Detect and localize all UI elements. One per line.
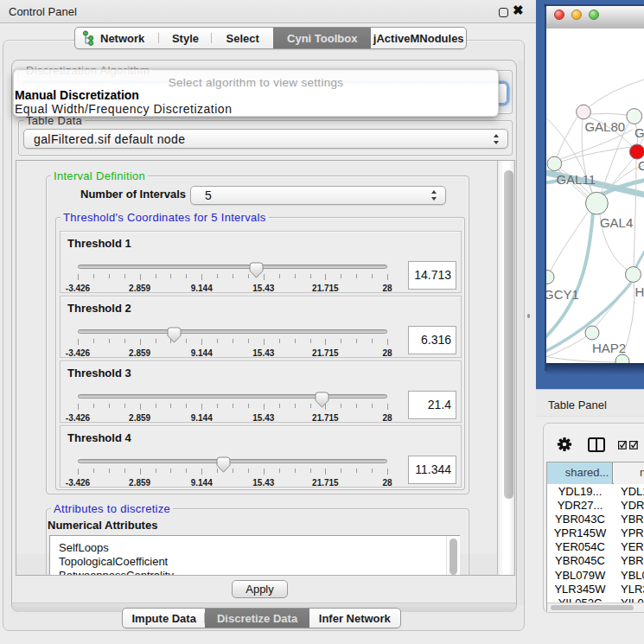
zoom-traffic-light-icon[interactable] bbox=[589, 10, 599, 20]
cell-shared-name[interactable]: YLR345W bbox=[547, 583, 613, 596]
slider-tick bbox=[156, 274, 156, 278]
network-edge[interactable] bbox=[546, 356, 619, 362]
tab-jactivemnodules[interactable]: jActiveMNodules bbox=[371, 28, 466, 48]
tab-discretize-data[interactable]: Discretize Data bbox=[205, 609, 309, 628]
slider-tick bbox=[341, 404, 341, 408]
cell-shared-name[interactable]: YBR045C bbox=[547, 554, 613, 568]
cell-shared-name[interactable]: YDR27... bbox=[547, 499, 613, 513]
network-node[interactable] bbox=[615, 354, 629, 363]
network-node-h[interactable] bbox=[626, 267, 641, 283]
table-row[interactable]: YER054CYER054C bbox=[547, 540, 644, 554]
cell-name[interactable]: YBL079W bbox=[621, 569, 644, 583]
list-item[interactable]: SelfLoops bbox=[59, 541, 109, 554]
network-window-titlebar[interactable] bbox=[546, 6, 644, 29]
slider-tick bbox=[341, 274, 341, 278]
network-canvas[interactable]: GAL80GACGAL11GAL4GCY1HHAP2 bbox=[546, 29, 644, 363]
cell-name[interactable]: YBR043C bbox=[621, 513, 644, 526]
table-row[interactable]: YDL19...YDL19... bbox=[547, 485, 644, 499]
network-edge[interactable] bbox=[590, 113, 627, 115]
minimize-traffic-light-icon[interactable] bbox=[571, 10, 582, 20]
network-edge[interactable] bbox=[634, 160, 636, 267]
cell-name[interactable]: YDR27... bbox=[621, 499, 644, 513]
cell-name[interactable]: YIL052C bbox=[621, 596, 644, 603]
cell-name[interactable]: YER054C bbox=[621, 540, 644, 554]
slider-thumb[interactable] bbox=[315, 392, 329, 408]
slider-thumb[interactable] bbox=[216, 456, 231, 473]
slider-tick bbox=[341, 339, 341, 343]
table-row[interactable]: YBL079WYBL079W bbox=[547, 569, 644, 583]
cell-shared-name[interactable]: YER054C bbox=[547, 540, 613, 554]
split-pane-handle[interactable] bbox=[527, 314, 530, 318]
network-node-gal11[interactable] bbox=[547, 156, 562, 171]
tab-style[interactable]: Style bbox=[159, 28, 213, 48]
cell-shared-name[interactable]: YDL19... bbox=[547, 485, 613, 499]
table-horizontal-scrollbar[interactable] bbox=[547, 603, 644, 612]
numerical-attributes-list[interactable]: SelfLoops TopologicalCoefficient Between… bbox=[49, 535, 460, 576]
tab-impute-data[interactable]: Impute Data bbox=[123, 609, 205, 628]
table-row[interactable]: YDR27...YDR27... bbox=[547, 499, 644, 513]
tab-cyni-toolbox[interactable]: Cyni Toolbox bbox=[273, 28, 371, 48]
slider-tick bbox=[279, 339, 280, 343]
dropdown-item-manual-discretization[interactable]: Manual Discretization bbox=[15, 89, 139, 102]
network-edge[interactable] bbox=[551, 212, 588, 271]
slider-tick bbox=[310, 469, 311, 473]
network-node-ga[interactable] bbox=[627, 109, 642, 124]
slider-track[interactable] bbox=[78, 329, 387, 334]
close-traffic-light-icon[interactable] bbox=[554, 10, 564, 20]
network-edge[interactable] bbox=[589, 80, 644, 107]
dropdown-item-equal-width-frequency[interactable]: Equal Width/Frequency Discretization bbox=[15, 103, 232, 116]
cell-shared-name[interactable]: YBR043C bbox=[547, 513, 613, 526]
list-item[interactable]: BetweennessCentrality bbox=[59, 569, 174, 576]
threshold-value-field[interactable]: 14.713 bbox=[408, 261, 456, 290]
table-row[interactable]: YIL052CYIL052C bbox=[547, 596, 644, 603]
network-node-gcy1[interactable] bbox=[546, 271, 554, 284]
close-icon[interactable]: ✖ bbox=[513, 3, 524, 18]
slider-thumb[interactable] bbox=[249, 262, 264, 278]
table-data-combobox[interactable]: galFiltered.sif default node bbox=[23, 129, 508, 149]
slider-tick bbox=[186, 339, 187, 343]
slider-thumb[interactable] bbox=[167, 327, 182, 343]
threshold-value-field[interactable]: 6.316 bbox=[408, 326, 456, 354]
apply-button[interactable]: Apply bbox=[232, 580, 288, 598]
gear-icon[interactable] bbox=[556, 436, 573, 453]
column-header-name[interactable]: name bbox=[614, 462, 644, 484]
settings-vertical-scrollbar[interactable] bbox=[497, 161, 514, 575]
threshold-value-field[interactable]: 21.4 bbox=[408, 391, 456, 419]
network-node-gal4[interactable] bbox=[586, 192, 609, 214]
slider-track[interactable] bbox=[78, 459, 387, 463]
network-edge[interactable] bbox=[560, 130, 633, 159]
tab-infer-network[interactable]: Infer Network bbox=[309, 609, 400, 628]
cell-shared-name[interactable]: YBL079W bbox=[547, 569, 613, 583]
scrollbar-thumb[interactable] bbox=[551, 605, 634, 610]
cell-shared-name[interactable]: YIL052C bbox=[547, 596, 613, 603]
number-of-intervals-combobox[interactable]: 5 bbox=[190, 186, 446, 205]
threshold-value-field[interactable]: 11.344 bbox=[408, 456, 456, 484]
cell-name[interactable]: YDL19... bbox=[621, 485, 644, 499]
float-window-icon[interactable] bbox=[499, 8, 508, 17]
network-node-gal80[interactable] bbox=[577, 105, 591, 119]
tab-network[interactable]: Network bbox=[75, 28, 159, 48]
network-edge[interactable] bbox=[557, 117, 577, 157]
cell-name[interactable]: YLR345W bbox=[621, 583, 644, 596]
attributes-list-scrollbar[interactable] bbox=[446, 536, 460, 576]
column-header-shared-name[interactable]: shared... bbox=[547, 462, 613, 484]
cell-shared-name[interactable]: YPR145W bbox=[547, 526, 613, 540]
table-row[interactable]: YLR345WYLR345W bbox=[547, 583, 644, 596]
list-item[interactable]: TopologicalCoefficient bbox=[59, 555, 168, 568]
scrollbar-thumb[interactable] bbox=[504, 170, 513, 499]
split-view-icon[interactable] bbox=[588, 437, 605, 452]
network-node-hap2[interactable] bbox=[585, 326, 599, 340]
table-row[interactable]: YBR043CYBR043C bbox=[547, 513, 644, 526]
cell-name[interactable]: YPR145W bbox=[621, 526, 644, 540]
network-edge[interactable] bbox=[592, 282, 632, 331]
slider-track[interactable] bbox=[78, 265, 387, 269]
dropdown-prompt-item[interactable]: Select algorithm to view settings bbox=[14, 76, 498, 89]
tab-select[interactable]: Select bbox=[212, 28, 273, 48]
slider-track[interactable] bbox=[78, 394, 387, 399]
select-columns-checkbox-icons[interactable] bbox=[618, 440, 639, 450]
scrollbar-thumb[interactable] bbox=[450, 539, 457, 575]
slider-tick bbox=[387, 469, 388, 475]
table-row[interactable]: YBR045CYBR045C bbox=[547, 554, 644, 568]
table-row[interactable]: YPR145WYPR145W bbox=[547, 526, 644, 540]
cell-name[interactable]: YBR045C bbox=[621, 554, 644, 568]
